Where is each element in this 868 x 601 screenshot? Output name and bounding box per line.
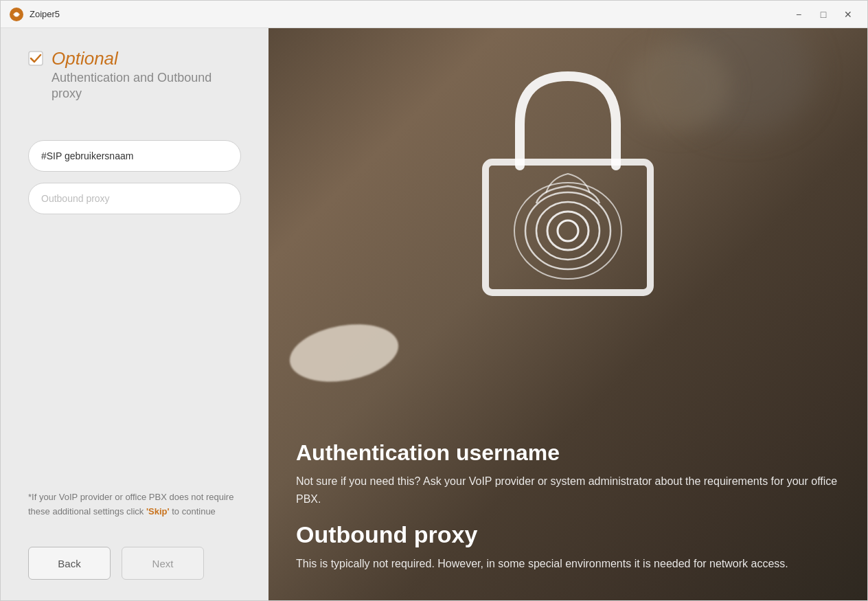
text-content: Authentication username Not sure if you … xyxy=(269,420,867,600)
outbound-proxy-body: This is typically not required. However,… xyxy=(296,555,840,573)
hint-section: *If your VoIP provider or office PBX doe… xyxy=(28,470,241,519)
optional-label: Optional xyxy=(52,49,241,69)
svg-point-8 xyxy=(514,183,621,279)
svg-point-1 xyxy=(14,12,19,16)
skip-link[interactable]: 'Skip' xyxy=(146,506,170,517)
maximize-button[interactable]: □ xyxy=(812,6,834,23)
form-section xyxy=(28,140,241,214)
optional-header: Optional Authentication and Outbound pro… xyxy=(28,49,241,102)
next-button[interactable]: Next xyxy=(122,547,204,580)
left-panel: Optional Authentication and Outbound pro… xyxy=(1,28,269,600)
sip-username-input[interactable] xyxy=(28,140,241,172)
svg-point-5 xyxy=(547,212,589,250)
svg-rect-3 xyxy=(486,162,650,293)
content-area: Optional Authentication and Outbound pro… xyxy=(1,28,867,600)
app-title: Zoiper5 xyxy=(30,9,788,19)
svg-point-7 xyxy=(525,192,610,269)
hint-text: *If your VoIP provider or office PBX doe… xyxy=(28,490,241,519)
right-panel: Authentication username Not sure if you … xyxy=(269,28,867,600)
title-bar: Zoiper5 − □ ✕ xyxy=(1,1,867,28)
subtitle-text: Authentication and Outbound proxy xyxy=(52,70,241,102)
back-button[interactable]: Back xyxy=(28,547,111,580)
optional-text-block: Optional Authentication and Outbound pro… xyxy=(52,49,241,102)
window-controls: − □ ✕ xyxy=(788,6,859,23)
close-button[interactable]: ✕ xyxy=(837,6,859,23)
svg-point-4 xyxy=(558,220,578,241)
checkbox-wrapper[interactable] xyxy=(28,51,43,69)
lock-illustration xyxy=(465,56,671,303)
auth-username-heading: Authentication username xyxy=(296,440,840,466)
bottom-buttons: Back Next xyxy=(28,540,241,580)
main-window: Zoiper5 − □ ✕ Optional Authentication an… xyxy=(0,0,868,601)
outbound-proxy-input[interactable] xyxy=(28,183,241,214)
minimize-button[interactable]: − xyxy=(788,6,810,23)
app-logo xyxy=(9,7,24,22)
auth-username-body: Not sure if you need this? Ask your VoIP… xyxy=(296,473,840,508)
outbound-proxy-heading: Outbound proxy xyxy=(296,521,840,548)
